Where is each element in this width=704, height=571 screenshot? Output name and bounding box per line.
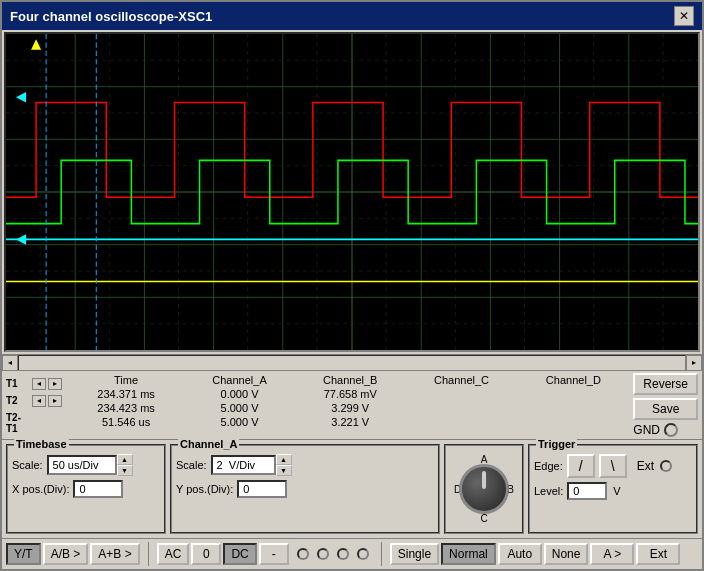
ch-a-scale-label: Scale:	[176, 459, 207, 471]
ac-button[interactable]: AC	[157, 543, 190, 565]
scope-svg	[6, 34, 698, 350]
ch-a-spin-up[interactable]: ▲	[276, 454, 292, 465]
timebase-scale-input[interactable]	[47, 455, 117, 475]
gnd-row: GND	[633, 423, 698, 437]
radio-ch4[interactable]	[357, 548, 369, 560]
t1-ch-d	[517, 387, 629, 401]
edge-row: Edge: / \ Ext	[534, 454, 692, 478]
measurements-row: T1 ◂ ▸ T2 ◂ ▸ T2-T1 Time Channel_A Cha	[2, 370, 702, 439]
yt-button[interactable]: Y/T	[6, 543, 41, 565]
edge-falling-btn[interactable]: \	[599, 454, 627, 478]
t2-time: 234.423 ms	[68, 401, 184, 415]
header-ch-b: Channel_B	[295, 373, 406, 387]
none-button[interactable]: None	[544, 543, 589, 565]
ch-a-scale-row: Scale: ▲ ▼	[176, 454, 434, 476]
timebase-label: Timebase	[14, 438, 69, 450]
ch-a-scale-input[interactable]	[211, 455, 276, 475]
single-button[interactable]: Single	[390, 543, 439, 565]
t1-ch-c	[406, 387, 518, 401]
ch-a-spin-down[interactable]: ▼	[276, 465, 292, 476]
save-button[interactable]: Save	[633, 398, 698, 420]
ch-a-scale-spinbox[interactable]: ▲ ▼	[211, 454, 292, 476]
edge-label: Edge:	[534, 460, 563, 472]
xpos-row: X pos.(Div):	[12, 480, 160, 498]
ext-label-right: Ext	[637, 459, 654, 473]
t2t1-label: T2-T1	[6, 412, 30, 434]
t2-ch-a: 5.000 V	[184, 401, 295, 415]
radio-item-3	[337, 548, 349, 560]
t2t1-measurement-row: 51.546 us 5.000 V 3.221 V	[68, 415, 629, 429]
scroll-track[interactable]	[18, 355, 686, 371]
radio-item-4	[357, 548, 369, 560]
a-greater-button[interactable]: A >	[590, 543, 634, 565]
t2t1-ch-a: 5.000 V	[184, 415, 295, 429]
t1-ch-a: 0.000 V	[184, 387, 295, 401]
zero-button[interactable]: 0	[191, 543, 221, 565]
level-row: Level: V	[534, 482, 692, 500]
dc-button[interactable]: DC	[223, 543, 256, 565]
xpos-input[interactable]	[73, 480, 123, 498]
channel-knob[interactable]	[459, 464, 509, 514]
timebase-scale-row: Scale: ▲ ▼	[12, 454, 160, 476]
edge-rising-btn[interactable]: /	[567, 454, 595, 478]
t2t1-time: 51.546 us	[68, 415, 184, 429]
ext-button[interactable]: Ext	[636, 543, 680, 565]
ypos-input[interactable]	[237, 480, 287, 498]
ab-button[interactable]: A/B >	[43, 543, 89, 565]
t1-measurement-row: 234.371 ms 0.000 V 77.658 mV	[68, 387, 629, 401]
horizontal-scrollbar[interactable]: ◂ ▸	[2, 354, 702, 370]
scroll-left-arrow[interactable]: ◂	[2, 355, 18, 371]
knob-group: A B C D	[444, 444, 524, 534]
t1-right-btn[interactable]: ▸	[48, 378, 62, 390]
minus-button[interactable]: -	[259, 543, 289, 565]
divider-1	[148, 542, 149, 566]
channel-a-group: Channel_A Scale: ▲ ▼ Y pos.(Div):	[170, 444, 440, 534]
t1-cursor-row: T1 ◂ ▸	[6, 378, 62, 390]
ch-a-spin-arrows: ▲ ▼	[276, 454, 292, 476]
ypos-label: Y pos.(Div):	[176, 483, 233, 495]
t2-left-btn[interactable]: ◂	[32, 395, 46, 407]
reverse-button[interactable]: Reverse	[633, 373, 698, 395]
title-bar: Four channel oscilloscope-XSC1 ✕	[2, 2, 702, 30]
radio-item-1	[297, 548, 309, 560]
window-title: Four channel oscilloscope-XSC1	[10, 9, 212, 24]
aplusb-button[interactable]: A+B >	[90, 543, 139, 565]
t1-ch-b: 77.658 mV	[295, 387, 406, 401]
radio-ch1[interactable]	[297, 548, 309, 560]
channel-a-label: Channel_A	[178, 438, 239, 450]
scale-label: Scale:	[12, 459, 43, 471]
timebase-spin-down[interactable]: ▼	[117, 465, 133, 476]
radio-ch2[interactable]	[317, 548, 329, 560]
level-input[interactable]	[567, 482, 607, 500]
scroll-right-arrow[interactable]: ▸	[686, 355, 702, 371]
auto-button[interactable]: Auto	[498, 543, 542, 565]
timebase-group: Timebase Scale: ▲ ▼ X pos.(Div):	[6, 444, 166, 534]
main-window: Four channel oscilloscope-XSC1 ✕	[0, 0, 704, 571]
close-button[interactable]: ✕	[674, 6, 694, 26]
t2t1-ch-c	[406, 415, 518, 429]
controls-section: Timebase Scale: ▲ ▼ X pos.(Div): Channel…	[2, 439, 702, 538]
coupling-btn-group: AC 0 DC -	[157, 543, 289, 565]
mode-btn-group: Y/T A/B > A+B >	[6, 543, 140, 565]
radio-ch3[interactable]	[337, 548, 349, 560]
measurements-table: Time Channel_A Channel_B Channel_C Chann…	[68, 373, 629, 437]
trigger-mode-buttons: Single Normal Auto None A > Ext	[390, 543, 681, 565]
t2-right-btn[interactable]: ▸	[48, 395, 62, 407]
t1-time: 234.371 ms	[68, 387, 184, 401]
knob-label-c: C	[480, 513, 487, 524]
ext-radio[interactable]	[660, 460, 672, 472]
timebase-spin-arrows: ▲ ▼	[117, 454, 133, 476]
gnd-radio[interactable]	[664, 423, 678, 437]
gnd-label: GND	[633, 423, 660, 437]
xpos-label: X pos.(Div):	[12, 483, 69, 495]
header-ch-a: Channel_A	[184, 373, 295, 387]
t2-ch-b: 3.299 V	[295, 401, 406, 415]
trigger-group: Trigger Edge: / \ Ext Level: V	[528, 444, 698, 534]
timebase-spin-up[interactable]: ▲	[117, 454, 133, 465]
normal-button[interactable]: Normal	[441, 543, 496, 565]
timebase-scale-spinbox[interactable]: ▲ ▼	[47, 454, 133, 476]
header-ch-d: Channel_D	[517, 373, 629, 387]
knob-container: A B C D	[454, 454, 514, 524]
oscilloscope-screen	[4, 32, 700, 352]
t1-left-btn[interactable]: ◂	[32, 378, 46, 390]
